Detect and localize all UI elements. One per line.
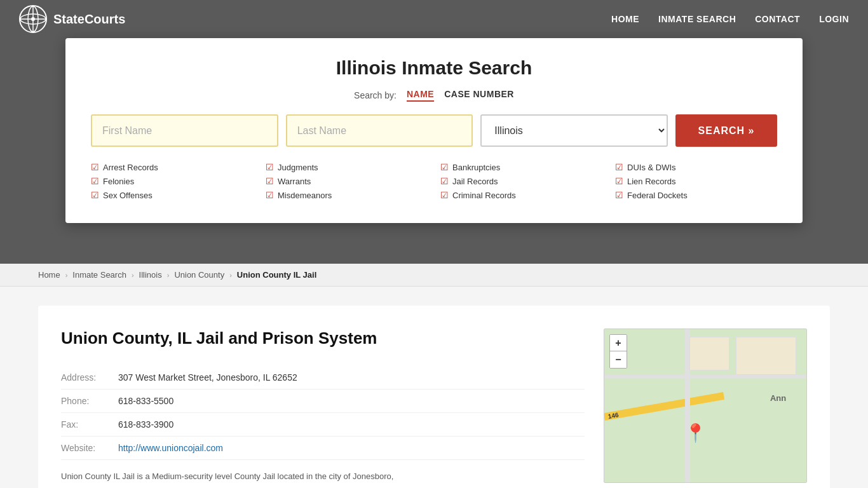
website-value: http://www.unioncojail.com xyxy=(118,437,585,460)
nav-links: HOME INMATE SEARCH CONTACT LOGIN xyxy=(611,14,849,24)
check-item: ☑Federal Dockets xyxy=(615,190,777,200)
check-label: Federal Dockets xyxy=(627,191,688,200)
logo[interactable]: StateCourts xyxy=(19,5,125,33)
map-zoom-in[interactable]: + xyxy=(610,335,627,351)
breadcrumb-inmate-search[interactable]: Inmate Search xyxy=(72,270,126,280)
address-value: 307 West Market Street, Jonesboro, IL 62… xyxy=(118,366,585,390)
breadcrumb-sep-3: › xyxy=(167,271,170,279)
phone-value: 618-833-5500 xyxy=(118,390,585,413)
check-item: ☑Jail Records xyxy=(440,176,602,186)
check-icon: ☑ xyxy=(440,162,449,172)
logo-text: StateCourts xyxy=(53,12,125,27)
map-road-h1 xyxy=(604,375,806,379)
map-controls: + − xyxy=(609,334,627,369)
check-icon: ☑ xyxy=(440,190,449,200)
address-label: Address: xyxy=(61,366,118,390)
breadcrumb-union-county[interactable]: Union County xyxy=(174,270,224,280)
map-pin: 📍 xyxy=(684,423,707,444)
nav-home[interactable]: HOME xyxy=(611,14,639,24)
logo-icon xyxy=(19,5,47,33)
check-label: Warrants xyxy=(278,177,311,186)
fax-row: Fax: 618-833-3900 xyxy=(61,413,585,437)
tab-case-number[interactable]: CASE NUMBER xyxy=(444,89,514,102)
check-item: ☑Bankruptcies xyxy=(440,162,602,172)
main-content: Union County, IL Jail and Prison System … xyxy=(0,287,868,488)
check-label: Arrest Records xyxy=(103,163,158,172)
search-button[interactable]: SEARCH » xyxy=(675,114,777,147)
check-item: ☑Sex Offenses xyxy=(91,190,253,200)
check-icon: ☑ xyxy=(91,190,99,200)
jail-description: Union County IL Jail is a Medium-securit… xyxy=(61,470,585,483)
address-row: Address: 307 West Market Street, Jonesbo… xyxy=(61,366,585,390)
checks-grid: ☑Arrest Records☑Judgments☑Bankruptcies☑D… xyxy=(91,162,777,200)
jail-title: Union County, IL Jail and Prison System xyxy=(61,329,585,348)
breadcrumb: Home › Inmate Search › Illinois › Union … xyxy=(0,264,868,287)
map-block-2 xyxy=(689,337,730,370)
search-title: Illinois Inmate Search xyxy=(91,57,777,79)
check-icon: ☑ xyxy=(266,190,274,200)
fax-value: 618-833-3900 xyxy=(118,413,585,437)
check-item: ☑Misdemeanors xyxy=(266,190,428,200)
website-row: Website: http://www.unioncojail.com xyxy=(61,437,585,460)
check-icon: ☑ xyxy=(440,176,449,186)
nav-contact[interactable]: CONTACT xyxy=(755,14,800,24)
map-block-1 xyxy=(736,337,796,375)
state-select[interactable]: Illinois Alabama Alaska Arizona Arkansas… xyxy=(480,114,668,147)
breadcrumb-sep-2: › xyxy=(132,271,134,279)
check-label: Sex Offenses xyxy=(103,191,153,200)
check-icon: ☑ xyxy=(266,162,274,172)
tab-name[interactable]: NAME xyxy=(407,89,434,102)
search-by-row: Search by: NAME CASE NUMBER xyxy=(91,89,777,102)
check-label: Jail Records xyxy=(452,177,498,186)
info-table: Address: 307 West Market Street, Jonesbo… xyxy=(61,366,585,460)
check-item: ☑Criminal Records xyxy=(440,190,602,200)
check-item: ☑Judgments xyxy=(266,162,428,172)
check-item: ☑DUIs & DWIs xyxy=(615,162,777,172)
check-label: Felonies xyxy=(103,177,134,186)
check-icon: ☑ xyxy=(615,176,623,186)
check-item: ☑Lien Records xyxy=(615,176,777,186)
last-name-input[interactable] xyxy=(286,114,473,147)
check-icon: ☑ xyxy=(91,162,99,172)
check-label: Criminal Records xyxy=(452,191,516,200)
check-icon: ☑ xyxy=(615,162,623,172)
check-item: ☑Felonies xyxy=(91,176,253,186)
website-label: Website: xyxy=(61,437,118,460)
phone-row: Phone: 618-833-5500 xyxy=(61,390,585,413)
breadcrumb-sep-4: › xyxy=(229,271,232,279)
check-label: Misdemeanors xyxy=(278,191,332,200)
map-placeholder: 146 Ann 📍 xyxy=(604,329,806,482)
check-item: ☑Arrest Records xyxy=(91,162,253,172)
map-road-146: 146 xyxy=(604,392,724,421)
search-inputs-row: Illinois Alabama Alaska Arizona Arkansas… xyxy=(91,114,777,147)
content-card: Union County, IL Jail and Prison System … xyxy=(38,306,830,488)
hero-section: COURTHOUSE StateCourts HOME INMATE SEARC… xyxy=(0,0,868,264)
website-link[interactable]: http://www.unioncojail.com xyxy=(118,443,223,453)
check-label: Bankruptcies xyxy=(452,163,500,172)
top-navigation: StateCourts HOME INMATE SEARCH CONTACT L… xyxy=(0,0,868,38)
check-label: Judgments xyxy=(278,163,318,172)
map-zoom-out[interactable]: − xyxy=(610,351,627,368)
phone-label: Phone: xyxy=(61,390,118,413)
check-label: DUIs & DWIs xyxy=(627,163,676,172)
map-area: 146 Ann 📍 + − xyxy=(604,329,807,483)
breadcrumb-current: Union County IL Jail xyxy=(237,270,316,280)
nav-login[interactable]: LOGIN xyxy=(819,14,849,24)
check-icon: ☑ xyxy=(615,190,623,200)
nav-inmate-search[interactable]: INMATE SEARCH xyxy=(658,14,736,24)
breadcrumb-sep-1: › xyxy=(65,271,68,279)
search-by-label: Search by: xyxy=(354,90,397,100)
first-name-input[interactable] xyxy=(91,114,278,147)
map-area-label: Ann xyxy=(770,393,786,403)
check-icon: ☑ xyxy=(266,176,274,186)
check-label: Lien Records xyxy=(627,177,676,186)
content-left: Union County, IL Jail and Prison System … xyxy=(61,329,585,483)
check-icon: ☑ xyxy=(91,176,99,186)
breadcrumb-illinois[interactable]: Illinois xyxy=(139,270,162,280)
search-card: Illinois Inmate Search Search by: NAME C… xyxy=(65,38,803,223)
breadcrumb-home[interactable]: Home xyxy=(38,270,60,280)
check-item: ☑Warrants xyxy=(266,176,428,186)
fax-label: Fax: xyxy=(61,413,118,437)
